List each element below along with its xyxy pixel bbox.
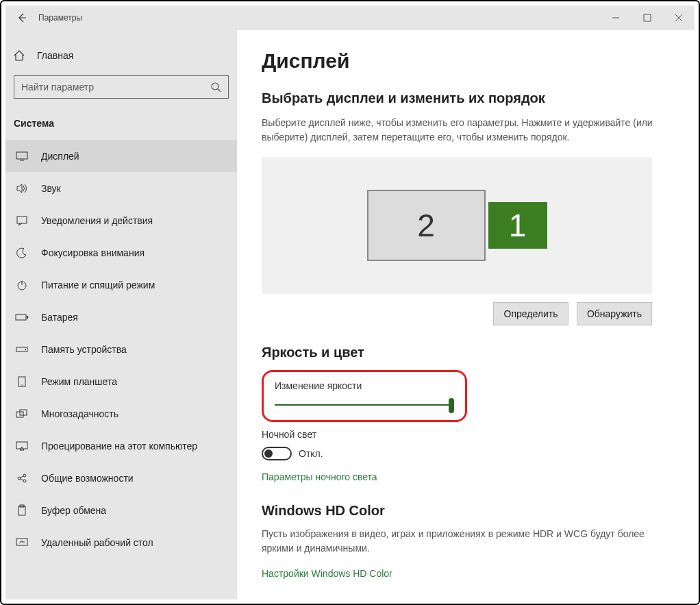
- sidebar-item-label: Общие возможности: [41, 473, 134, 484]
- search-box[interactable]: [14, 75, 229, 99]
- speaker-icon: [15, 183, 29, 194]
- sidebar-item-tablet[interactable]: Режим планшета: [5, 365, 237, 397]
- sidebar-item-power[interactable]: Питание и спящий режим: [5, 269, 237, 301]
- svg-line-23: [21, 476, 23, 478]
- monitor-icon: [15, 151, 29, 161]
- display-arranger[interactable]: 2 1: [262, 157, 652, 294]
- sidebar-item-label: Батарея: [41, 312, 78, 323]
- power-icon: [15, 280, 29, 291]
- sidebar-item-label: Режим планшета: [41, 376, 117, 387]
- svg-rect-8: [17, 217, 27, 223]
- svg-line-5: [218, 89, 221, 92]
- maximize-icon: [643, 14, 651, 22]
- slider-track: [275, 404, 454, 406]
- close-button[interactable]: [663, 5, 695, 30]
- svg-point-20: [18, 477, 21, 480]
- sidebar-item-focus[interactable]: Фокусировка внимания: [5, 236, 237, 269]
- search-icon: [210, 82, 221, 92]
- maximize-button[interactable]: [632, 5, 663, 30]
- identify-button[interactable]: Определить: [493, 302, 568, 325]
- svg-point-14: [25, 349, 26, 350]
- svg-point-4: [212, 83, 218, 90]
- svg-rect-1: [644, 14, 651, 21]
- svg-rect-6: [16, 152, 27, 159]
- sidebar-item-label: Удаленный рабочий стол: [41, 537, 153, 548]
- search-input[interactable]: [21, 82, 210, 92]
- sidebar-item-notifications[interactable]: Уведомления и действия: [5, 204, 237, 236]
- hd-color-link[interactable]: Настройки Windows HD Color: [262, 568, 670, 579]
- display-2[interactable]: 2: [367, 190, 486, 261]
- content-area: Дисплей Выбрать дисплеи и изменить их по…: [237, 30, 695, 600]
- moon-icon: [15, 247, 29, 258]
- toggle-knob: [264, 449, 273, 458]
- titlebar: Параметры: [5, 5, 695, 30]
- project-icon: [15, 441, 29, 451]
- toggle-state: Откл.: [299, 448, 323, 459]
- multitask-icon: [15, 409, 29, 419]
- arrow-left-icon: [16, 12, 27, 23]
- sidebar-item-label: Память устройства: [41, 344, 127, 355]
- sidebar-item-sound[interactable]: Звук: [5, 172, 237, 204]
- slider-thumb[interactable]: [449, 398, 454, 413]
- home-nav[interactable]: Главная: [5, 42, 237, 69]
- svg-rect-25: [18, 506, 25, 515]
- sidebar-item-label: Проецирование на этот компьютер: [41, 441, 197, 452]
- sidebar-item-display[interactable]: Дисплей: [5, 140, 237, 172]
- sidebar-item-clipboard[interactable]: Буфер обмена: [5, 494, 237, 526]
- svg-rect-12: [27, 316, 28, 319]
- night-light-label: Ночной свет: [262, 429, 670, 440]
- sidebar-item-label: Питание и спящий режим: [41, 280, 155, 291]
- tablet-icon: [15, 376, 29, 387]
- sidebar-item-label: Буфер обмена: [41, 505, 106, 516]
- detect-button[interactable]: Обнаружить: [577, 302, 652, 325]
- remote-icon: [15, 538, 29, 547]
- category-heading: Система: [5, 111, 237, 140]
- sidebar: Главная Система Дисплей Звук: [5, 30, 237, 600]
- page-title: Дисплей: [262, 49, 670, 73]
- display-1[interactable]: 1: [488, 202, 547, 249]
- hd-color-heading: Windows HD Color: [262, 503, 670, 519]
- arrange-heading: Выбрать дисплеи и изменить их порядок: [262, 90, 670, 106]
- brightness-slider[interactable]: [275, 401, 454, 409]
- minimize-button[interactable]: [600, 5, 632, 30]
- sidebar-item-multitask[interactable]: Многозадачность: [5, 397, 237, 430]
- storage-icon: [15, 345, 29, 354]
- night-light-toggle[interactable]: [262, 447, 292, 460]
- sidebar-item-shared[interactable]: Общие возможности: [5, 462, 237, 494]
- sidebar-item-remote[interactable]: Удаленный рабочий стол: [5, 526, 237, 558]
- sidebar-item-projecting[interactable]: Проецирование на этот компьютер: [5, 430, 237, 462]
- battery-icon: [15, 313, 29, 321]
- svg-rect-19: [16, 442, 27, 449]
- sidebar-item-label: Звук: [41, 183, 61, 194]
- back-button[interactable]: [5, 5, 38, 30]
- sidebar-item-battery[interactable]: Батарея: [5, 301, 237, 333]
- arrange-help: Выберите дисплей ниже, чтобы изменить ег…: [262, 116, 670, 145]
- sidebar-item-label: Многозадачность: [41, 408, 118, 419]
- svg-point-16: [21, 384, 23, 386]
- sidebar-item-storage[interactable]: Память устройства: [5, 333, 237, 365]
- app-title: Параметры: [38, 13, 82, 23]
- sidebar-item-label: Дисплей: [41, 151, 79, 162]
- sidebar-item-label: Фокусировка внимания: [41, 247, 145, 258]
- notification-icon: [15, 215, 29, 226]
- svg-point-22: [23, 480, 26, 482]
- night-light-settings-link[interactable]: Параметры ночного света: [262, 471, 670, 482]
- brightness-heading: Яркость и цвет: [262, 345, 670, 360]
- clipboard-icon: [15, 504, 29, 517]
- minimize-icon: [612, 14, 620, 22]
- brightness-highlight: Изменение яркости: [262, 370, 467, 422]
- svg-rect-11: [16, 314, 26, 320]
- hd-color-help: Пусть изображения в видео, играх и прило…: [262, 527, 670, 556]
- share-icon: [15, 473, 29, 484]
- brightness-label: Изменение яркости: [275, 380, 454, 391]
- svg-point-21: [23, 474, 26, 477]
- sidebar-item-label: Уведомления и действия: [41, 215, 153, 226]
- close-icon: [675, 14, 683, 22]
- home-icon: [12, 49, 26, 62]
- home-label: Главная: [37, 50, 73, 61]
- svg-line-24: [21, 479, 23, 480]
